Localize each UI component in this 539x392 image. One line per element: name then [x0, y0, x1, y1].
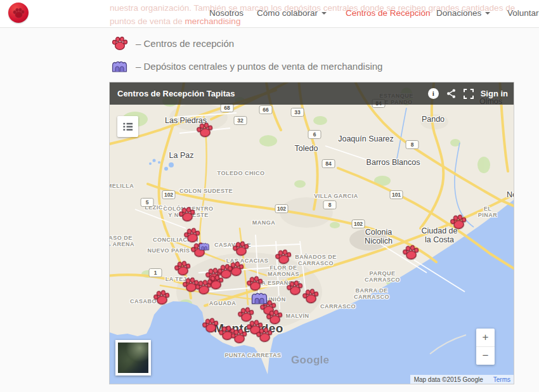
- google-map-embed[interactable]: Las PiedrasLa PazToledoPandoJoaquín Suar…: [110, 82, 514, 384]
- map-header-actions: i Sign in: [428, 82, 508, 105]
- legend-item: – Depósitos centrales y puntos de venta …: [111, 58, 382, 74]
- paw-marker[interactable]: [274, 248, 293, 266]
- route-shield-68: 68: [221, 103, 234, 112]
- paw-marker[interactable]: [449, 213, 468, 231]
- paw-marker[interactable]: [401, 244, 420, 261]
- zoom-out-button[interactable]: −: [476, 346, 495, 365]
- paw-marker[interactable]: [201, 317, 220, 334]
- chevron-down-icon: [321, 12, 327, 15]
- paw-marker[interactable]: [301, 287, 320, 305]
- depot-marker[interactable]: [250, 291, 268, 305]
- paw-marker[interactable]: [195, 121, 214, 139]
- page-text: puntos de venta de: [110, 16, 185, 26]
- paw-marker[interactable]: [152, 289, 171, 306]
- route-shield-101: 101: [390, 190, 403, 199]
- paw-marker[interactable]: [178, 206, 197, 223]
- paw-marker[interactable]: [226, 260, 245, 278]
- route-shield-6: 6: [308, 130, 321, 139]
- attribution-text: Map data ©2015 Google: [414, 376, 483, 383]
- depot-marker[interactable]: [198, 242, 210, 251]
- paw-marker[interactable]: [255, 326, 274, 344]
- paw-icon: [13, 8, 25, 18]
- paw-marker[interactable]: [245, 275, 264, 292]
- zoom-in-button[interactable]: +: [476, 329, 495, 346]
- nav-item-donaciones[interactable]: Donaciones: [436, 8, 490, 18]
- legend-item: – Centros de recepción: [111, 36, 382, 51]
- route-shield-8: 8: [406, 140, 419, 149]
- paw-marker[interactable]: [265, 308, 284, 326]
- nav-item-label: Centros de Recepción: [346, 8, 431, 18]
- list-icon: [122, 121, 134, 133]
- legend-list-button[interactable]: [117, 116, 138, 137]
- route-shield-102: 102: [275, 204, 289, 213]
- nav-item-label: Nosotros: [209, 8, 244, 18]
- depot-icon: [111, 60, 128, 73]
- paw-marker[interactable]: [206, 273, 225, 291]
- merchandising-link[interactable]: merchandising: [185, 16, 241, 26]
- top-navigation-bar: nuestra organización. También se marcan …: [0, 0, 539, 28]
- nav-item-centros-de-recepcion[interactable]: Centros de Recepción: [346, 8, 431, 18]
- nav-item-como-colaborar[interactable]: Cómo colaborar: [257, 8, 327, 18]
- route-shield-102: 102: [352, 219, 365, 228]
- nav-item-label: Voluntariado: [507, 8, 539, 18]
- route-shield-84: 84: [322, 159, 335, 168]
- map-header-bar: Centros de Recepción Tapitas i Sign in: [110, 82, 514, 105]
- terms-link[interactable]: Terms: [493, 376, 510, 383]
- chevron-down-icon: [485, 12, 490, 15]
- sign-in-button[interactable]: Sign in: [481, 89, 508, 98]
- satellite-view-thumbnail[interactable]: [115, 340, 151, 376]
- nav-item-label: Donaciones: [436, 8, 481, 18]
- route-shield-66: 66: [259, 105, 273, 114]
- nav-item-nosotros[interactable]: Nosotros: [209, 8, 244, 18]
- route-shield-32: 32: [234, 116, 247, 125]
- legend-label: – Depósitos centrales y puntos de venta …: [136, 61, 382, 72]
- page-text-behind-header-2: puntos de venta de merchandising: [110, 16, 240, 26]
- map-canvas: [110, 82, 514, 384]
- route-shield-8: 8: [323, 200, 337, 209]
- route-shield-5: 5: [141, 198, 154, 207]
- share-icon[interactable]: [446, 88, 457, 99]
- map-legend: – Centros de recepción– Depósitos centra…: [111, 36, 382, 81]
- site-logo[interactable]: [8, 3, 29, 23]
- zoom-control: + −: [476, 329, 495, 365]
- route-shield-33: 33: [291, 108, 304, 117]
- paw-marker[interactable]: [231, 240, 250, 258]
- legend-label: – Centros de recepción: [136, 38, 234, 49]
- paw-marker[interactable]: [230, 327, 249, 345]
- route-shield-1: 1: [149, 268, 162, 277]
- info-icon[interactable]: i: [428, 88, 439, 99]
- nav-item-label: Cómo colaborar: [257, 8, 318, 18]
- nav-item-voluntariado[interactable]: Voluntariado: [507, 8, 539, 18]
- route-shield-102: 102: [162, 190, 176, 199]
- google-logo[interactable]: Google: [291, 354, 329, 367]
- paw-marker[interactable]: [173, 259, 192, 277]
- map-attribution: Map data ©2015 Google Terms: [410, 375, 514, 384]
- paw-icon: [111, 36, 128, 51]
- map-title: Centros de Recepción Tapitas: [117, 89, 235, 98]
- fullscreen-icon[interactable]: [464, 89, 474, 99]
